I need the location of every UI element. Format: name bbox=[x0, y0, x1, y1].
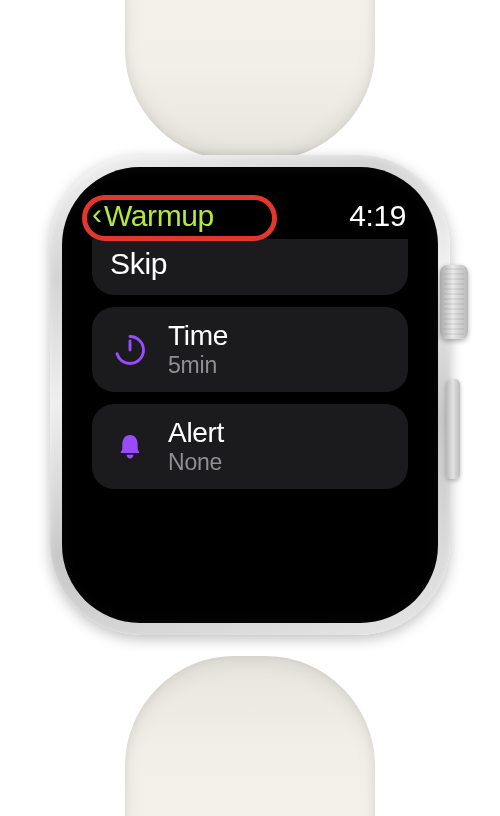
page-title: Warmup bbox=[104, 199, 214, 233]
row-alert-value: None bbox=[168, 449, 224, 475]
watch-case: ‹ Warmup 4:19 Skip bbox=[50, 155, 450, 635]
row-alert[interactable]: Alert None bbox=[92, 404, 408, 489]
digital-crown[interactable] bbox=[440, 265, 468, 339]
timer-icon bbox=[110, 330, 150, 370]
header: ‹ Warmup 4:19 bbox=[92, 197, 408, 239]
bell-icon bbox=[110, 427, 150, 467]
watch-band-bottom bbox=[125, 656, 375, 816]
status-time: 4:19 bbox=[349, 199, 406, 233]
row-time[interactable]: Time 5min bbox=[92, 307, 408, 392]
side-button[interactable] bbox=[446, 379, 460, 479]
chevron-left-icon: ‹ bbox=[92, 199, 102, 229]
settings-list: Skip Time 5min bbox=[92, 239, 408, 593]
row-time-label: Time bbox=[168, 321, 228, 352]
screen-bezel: ‹ Warmup 4:19 Skip bbox=[62, 167, 438, 623]
watch-band-top bbox=[125, 0, 375, 160]
screen: ‹ Warmup 4:19 Skip bbox=[92, 197, 408, 593]
back-button[interactable]: ‹ Warmup bbox=[92, 199, 214, 233]
row-time-value: 5min bbox=[168, 352, 228, 378]
row-skip-label: Skip bbox=[110, 247, 167, 280]
row-alert-label: Alert bbox=[168, 418, 224, 449]
row-skip[interactable]: Skip bbox=[92, 239, 408, 295]
